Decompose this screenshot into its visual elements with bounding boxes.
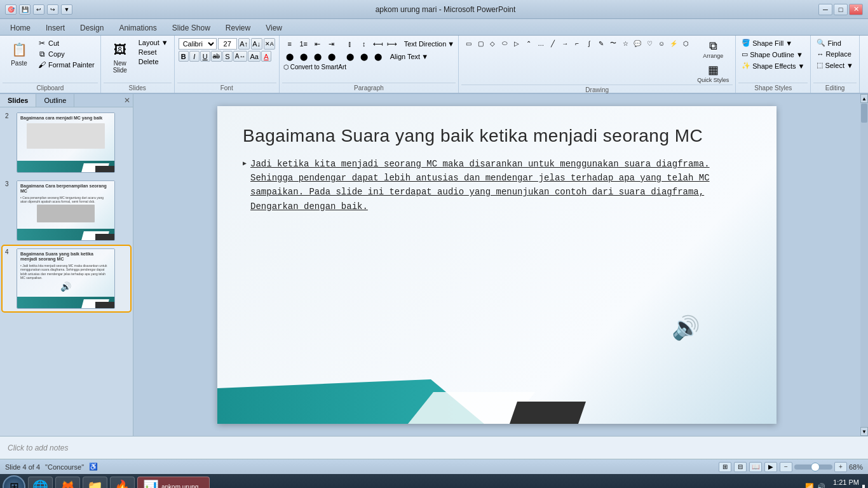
tab-slideshow[interactable]: Slide Show	[165, 21, 218, 35]
shape-arrow-line[interactable]: →	[559, 38, 571, 48]
quick-save[interactable]: 💾	[19, 4, 31, 15]
minimize-button[interactable]: ─	[818, 4, 832, 15]
shape-lightning[interactable]: ⚡	[668, 38, 679, 48]
taskbar-app3[interactable]: 🔥	[110, 477, 135, 488]
scroll-up-arrow[interactable]: ▲	[860, 94, 868, 103]
rtl-button[interactable]: ⟻	[372, 38, 384, 50]
slide-thumb-3[interactable]: 3 Bagaimana Cara berpenampilan seorang M…	[3, 178, 130, 243]
shape-diamond[interactable]: ◇	[487, 38, 498, 48]
align-top-button[interactable]: ⬤	[344, 51, 356, 62]
tab-review[interactable]: Review	[218, 21, 258, 35]
slide-editing-area[interactable]: Bagaimana Suara yang baik ketika menjadi…	[133, 94, 860, 436]
quick-styles-button[interactable]: ▦ Quick Styles	[695, 62, 731, 85]
shape-heart[interactable]: ♡	[644, 38, 655, 48]
reading-view-button[interactable]: 📖	[749, 462, 762, 472]
shape-effects-button[interactable]: ✨ Shape Effects ▼	[740, 61, 806, 71]
align-center-button[interactable]: ⬤	[297, 51, 310, 62]
slide-title[interactable]: Bagaimana Suara yang baik ketika menjadi…	[243, 125, 751, 147]
tab-animations[interactable]: Animations	[111, 21, 164, 35]
slide-body[interactable]: Jadi ketika kita menjadi seorang MC maka…	[243, 157, 751, 214]
slide-thumb-4[interactable]: 4 Bagaimana Suara yang baik ketika menja…	[3, 246, 130, 311]
delete-button[interactable]: Delete	[137, 57, 170, 66]
shape-chevron[interactable]: ⌃	[523, 38, 534, 48]
columns-button[interactable]: ⫿	[344, 38, 356, 50]
slide-thumb-2[interactable]: 2 Bagaimana cara menjadi MC yang baik	[3, 110, 130, 175]
slide-vertical-scrollbar[interactable]: ▲ ▼	[860, 94, 868, 436]
maximize-button[interactable]: □	[834, 4, 848, 15]
tab-outline[interactable]: Outline	[36, 94, 74, 107]
zoom-out-button[interactable]: −	[780, 462, 792, 472]
bullet-list-button[interactable]: ≡	[283, 38, 296, 50]
quick-dropdown[interactable]: ▼	[61, 4, 72, 15]
shape-line[interactable]: ╱	[547, 38, 559, 48]
shape-elbow[interactable]: ⌐	[571, 38, 583, 48]
paste-button[interactable]: 📋 Paste	[4, 38, 34, 68]
new-slide-button[interactable]: 🖼 New Slide	[105, 38, 135, 75]
shape-oval[interactable]: ⬭	[499, 38, 510, 48]
notes-area[interactable]: Click to add notes	[0, 436, 868, 459]
align-right-button[interactable]: ⬤	[311, 51, 324, 62]
quick-undo[interactable]: ↩	[33, 4, 44, 15]
shape-rect[interactable]: ▭	[463, 38, 474, 48]
copy-button[interactable]: ⧉ Copy	[36, 49, 97, 59]
panel-close-button[interactable]: ✕	[124, 96, 130, 105]
shape-star[interactable]: ☆	[620, 38, 631, 48]
shape-scribble[interactable]: 〜	[607, 38, 619, 48]
scroll-track[interactable]	[860, 103, 868, 427]
font-size-increase[interactable]: A↑	[238, 38, 250, 50]
zoom-in-button[interactable]: +	[834, 462, 847, 472]
slide-sorter-button[interactable]: ⊟	[734, 462, 747, 472]
shadow-button[interactable]: S	[222, 51, 233, 62]
tab-slides[interactable]: Slides	[0, 94, 36, 107]
font-size-decrease[interactable]: A↓	[251, 38, 262, 50]
shape-curved[interactable]: ∫	[583, 38, 595, 48]
align-left-button[interactable]: ⬤	[283, 51, 296, 62]
shape-freeform[interactable]: ✎	[595, 38, 607, 48]
shape-smiley[interactable]: ☺	[656, 38, 667, 48]
format-painter-button[interactable]: 🖌 Format Painter	[36, 60, 97, 70]
align-bottom-button[interactable]: ⬤	[372, 51, 384, 62]
tab-home[interactable]: Home	[3, 21, 38, 35]
reset-button[interactable]: Reset	[137, 48, 170, 57]
start-button[interactable]: ⊞	[3, 475, 25, 488]
align-text-button[interactable]: Align Text ▼	[390, 53, 428, 60]
office-button[interactable]: 🎯	[5, 4, 17, 15]
speaker-icon[interactable]: 🔊	[672, 315, 700, 341]
number-list-button[interactable]: 1≡	[297, 38, 310, 50]
italic-button[interactable]: I	[189, 51, 200, 62]
select-button[interactable]: ⬚ Select ▼	[815, 60, 855, 70]
line-spacing-button[interactable]: ↕	[358, 38, 370, 50]
scroll-down-arrow[interactable]: ▼	[860, 427, 868, 436]
shape-more[interactable]: …	[535, 38, 546, 48]
quick-redo[interactable]: ↪	[47, 4, 58, 15]
layout-button[interactable]: Layout ▼	[137, 38, 170, 47]
main-slide[interactable]: Bagaimana Suara yang baik ketika menjadi…	[217, 106, 776, 424]
char-spacing-button[interactable]: A↔	[233, 51, 248, 62]
convert-smartart-button[interactable]: ⬡ Convert to SmartArt	[283, 64, 346, 71]
clear-formatting[interactable]: ✕A	[264, 38, 275, 50]
taskbar-chrome[interactable]: 🌐	[28, 477, 53, 488]
shape-fill-button[interactable]: 🪣 Shape Fill ▼	[740, 38, 794, 48]
strikethrough-button[interactable]: ab	[211, 51, 222, 62]
scroll-thumb[interactable]	[861, 104, 867, 123]
slideshow-button[interactable]: ▶	[764, 462, 777, 472]
notes-placeholder[interactable]: Click to add notes	[8, 444, 68, 452]
decrease-indent-button[interactable]: ⇤	[311, 38, 324, 50]
tab-design[interactable]: Design	[72, 21, 111, 35]
font-size-box[interactable]: 27	[218, 38, 237, 50]
show-desktop[interactable]: ▮	[862, 483, 865, 489]
shape-outline-button[interactable]: ▭ Shape Outline ▼	[740, 50, 805, 59]
case-button[interactable]: Aa	[248, 51, 260, 62]
replace-button[interactable]: ↔ Replace	[815, 50, 853, 58]
justify-button[interactable]: ⬤	[325, 51, 338, 62]
cut-button[interactable]: ✂ Cut	[36, 38, 97, 48]
taskbar-powerpoint[interactable]: 📊 apkom urung...	[137, 477, 210, 488]
text-direction-button[interactable]: Text Direction ▼	[404, 40, 455, 48]
align-middle-button[interactable]: ⬤	[358, 51, 370, 62]
shape-callout[interactable]: 💬	[632, 38, 643, 48]
font-color-button[interactable]: A	[261, 51, 271, 62]
shape-rounded[interactable]: ▢	[475, 38, 486, 48]
underline-button[interactable]: U	[200, 51, 210, 62]
close-button[interactable]: ✕	[849, 4, 863, 15]
taskbar-firefox[interactable]: 🦊	[55, 477, 80, 488]
